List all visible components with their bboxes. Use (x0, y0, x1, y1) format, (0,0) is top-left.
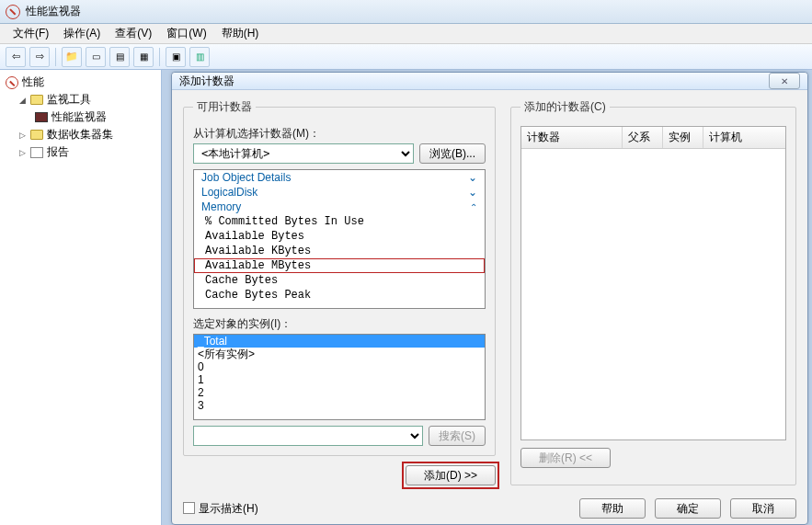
expand-icon[interactable]: ▷ (18, 131, 27, 139)
instances-listbox[interactable]: _Total<所有实例>0123 (193, 334, 486, 420)
refresh-button[interactable]: ▣ (166, 47, 186, 67)
col-counter[interactable]: 计数器 (521, 127, 623, 148)
report-icon (30, 147, 43, 158)
counter-listbox[interactable]: Job Object DetailsLogicalDiskMemory% Com… (193, 169, 486, 309)
dialog-titlebar: 添加计数器 ✕ (172, 73, 807, 90)
computer-combo[interactable]: <本地计算机> (193, 143, 414, 164)
add-counter-dialog: 添加计数器 ✕ 可用计数器 从计算机选择计数器(M)： <本地计算机> 浏览(B… (171, 72, 808, 525)
close-icon: ✕ (781, 76, 788, 86)
chevron-icon (468, 186, 477, 199)
window-titlebar: 性能监视器 (0, 0, 812, 24)
added-counters-legend: 添加的计数器(C) (520, 99, 610, 115)
chart-button[interactable]: ▥ (189, 47, 210, 67)
browse-button[interactable]: 浏览(B)... (419, 143, 486, 164)
chevron-icon (468, 171, 477, 184)
search-button[interactable]: 搜索(S) (429, 426, 486, 446)
counter-item[interactable]: % Committed Bytes In Use (194, 214, 485, 229)
counter-item[interactable]: Cache Bytes (194, 273, 485, 288)
expand-icon[interactable]: ▷ (18, 148, 27, 156)
counter-item[interactable]: Available MBytes (194, 258, 485, 273)
properties-icon: ▤ (116, 51, 124, 62)
counter-item[interactable]: Available Bytes (194, 229, 485, 244)
available-counters-legend: 可用计数器 (193, 99, 256, 115)
from-computer-label: 从计算机选择计数器(M)： (193, 126, 486, 142)
dialog-close-button[interactable]: ✕ (769, 73, 800, 89)
category-job-object-details[interactable]: Job Object Details (194, 170, 485, 185)
help-button[interactable]: 帮助 (579, 498, 646, 519)
checkbox-icon (183, 502, 195, 514)
dialog-title: 添加计数器 (179, 74, 234, 89)
added-counters-table[interactable]: 计数器 父系 实例 计算机 (520, 126, 786, 440)
refresh-icon: ▣ (172, 51, 180, 62)
folder-up-icon: 📁 (65, 51, 78, 63)
forward-button[interactable]: ⇨ (29, 47, 50, 67)
instances-label: 选定对象的实例(I)： (193, 316, 486, 332)
cancel-button[interactable]: 取消 (730, 498, 796, 519)
folder-icon (30, 130, 43, 140)
tree-reports[interactable]: ▷报告 (4, 143, 157, 161)
properties-button[interactable]: ▤ (109, 47, 130, 67)
category-logicaldisk[interactable]: LogicalDisk (194, 185, 485, 200)
arrow-right-icon: ⇨ (36, 51, 44, 63)
export-button[interactable]: ▦ (133, 47, 154, 67)
add-button[interactable]: 添加(D) >> (406, 465, 496, 485)
panel-icon: ▭ (92, 51, 100, 62)
remove-button[interactable]: 删除(R) << (520, 448, 611, 468)
app-icon (6, 5, 20, 19)
counter-item[interactable]: Cache Bytes Peak (194, 288, 485, 302)
available-counters-group: 可用计数器 从计算机选择计数器(M)： <本地计算机> 浏览(B)... Job… (183, 99, 496, 456)
show-description-checkbox[interactable]: 显示描述(H) (183, 501, 258, 517)
col-instance[interactable]: 实例 (663, 127, 703, 148)
chart-icon: ▥ (196, 51, 204, 62)
instance-item[interactable]: 2 (194, 386, 485, 399)
col-computer[interactable]: 计算机 (703, 127, 785, 148)
menu-action[interactable]: 操作(A) (56, 24, 108, 43)
monitor-icon (35, 112, 48, 122)
menubar: 文件(F) 操作(A) 查看(V) 窗口(W) 帮助(H) (0, 24, 812, 44)
col-parent[interactable]: 父系 (623, 127, 663, 148)
category-memory[interactable]: Memory (194, 200, 485, 214)
chevron-icon (470, 200, 477, 213)
menu-file[interactable]: 文件(F) (6, 24, 56, 43)
up-button[interactable]: 📁 (62, 47, 82, 67)
instance-item[interactable]: <所有实例> (194, 348, 485, 360)
counter-item[interactable]: Available KBytes (194, 244, 485, 258)
instance-item[interactable]: _Total (194, 335, 485, 348)
export-icon: ▦ (140, 51, 148, 62)
show-hide-button[interactable]: ▭ (86, 47, 106, 67)
arrow-left-icon: ⇦ (12, 51, 20, 63)
tree-monitoring-tools[interactable]: ◢监视工具 (4, 91, 157, 108)
perf-icon (6, 76, 18, 89)
instance-item[interactable]: 0 (194, 360, 485, 373)
menu-view[interactable]: 查看(V) (108, 24, 159, 43)
tree-perf-monitor[interactable]: 性能监视器 (4, 108, 157, 126)
dialog-footer: 显示描述(H) 帮助 确定 取消 (172, 493, 807, 525)
tree-root[interactable]: 性能 (4, 74, 157, 91)
table-header: 计数器 父系 实例 计算机 (521, 127, 785, 149)
back-button[interactable]: ⇦ (6, 47, 26, 67)
collapse-icon[interactable]: ◢ (18, 96, 27, 104)
added-counters-group: 添加的计数器(C) 计数器 父系 实例 计算机 删除(R) << (510, 99, 796, 485)
toolbar: ⇦ ⇨ 📁 ▭ ▤ ▦ ▣ ▥ (0, 44, 812, 70)
instance-item[interactable]: 1 (194, 373, 485, 386)
window-title: 性能监视器 (26, 4, 81, 19)
folder-icon (30, 95, 43, 105)
search-combo[interactable] (193, 426, 423, 446)
nav-tree: 性能 ◢监视工具 性能监视器 ▷数据收集器集 ▷报告 (0, 70, 162, 525)
menu-window[interactable]: 窗口(W) (159, 24, 213, 43)
ok-button[interactable]: 确定 (655, 498, 721, 519)
menu-help[interactable]: 帮助(H) (214, 24, 267, 43)
tree-collectors[interactable]: ▷数据收集器集 (4, 126, 157, 143)
instance-item[interactable]: 3 (194, 399, 485, 412)
